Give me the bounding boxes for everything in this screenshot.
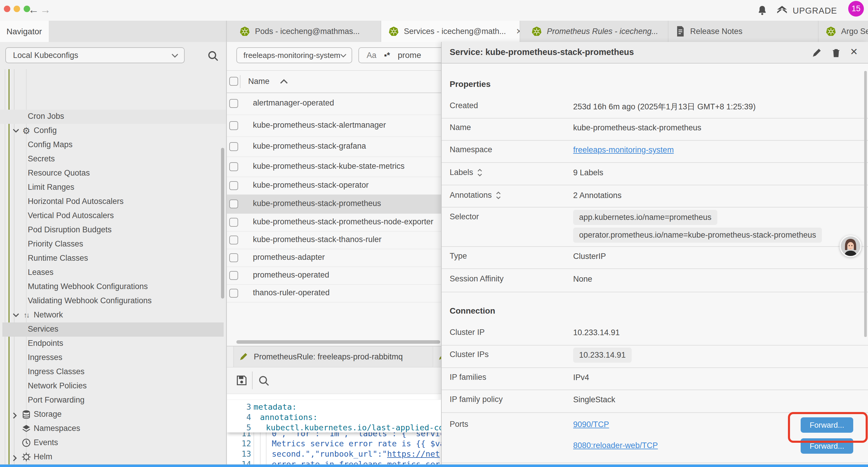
sidebar-item-mutating-webhook-configurations[interactable]: Mutating Webhook Configurations (0, 280, 226, 294)
filter-input[interactable]: Aa ▪* prome (359, 47, 441, 63)
assistant-avatar[interactable] (840, 235, 862, 257)
window-close-button[interactable] (4, 6, 10, 12)
sidebar-item-services[interactable]: Services (2, 322, 224, 337)
sidebar-item-ingress-classes[interactable]: Ingress Classes (0, 365, 226, 379)
match-case-toggle[interactable]: Aa (367, 51, 376, 60)
service-row-kube-prometheus-stack-kube-state-metrics[interactable]: kube-prometheus-stack-kube-state-metrics (253, 162, 404, 171)
row-divider (442, 207, 868, 207)
row-checkbox[interactable] (229, 121, 238, 130)
service-row-kube-prometheus-stack-alertmanager[interactable]: kube-prometheus-stack-alertmanager (253, 121, 386, 130)
row-checkbox[interactable] (229, 236, 238, 244)
save-icon[interactable] (235, 374, 248, 387)
edit-pencil-icon[interactable] (811, 47, 822, 59)
chevron-down-icon[interactable] (12, 128, 20, 133)
sidebar-item-storage[interactable]: Storage (0, 408, 226, 422)
row-checkbox[interactable] (229, 253, 238, 262)
row-checkbox[interactable] (229, 289, 238, 298)
sidebar-item-label: Horizontal Pod Autoscalers (28, 197, 123, 206)
detail-link-freeleaps-monitoring-system[interactable]: freeleaps-monitoring-system (573, 145, 674, 154)
sidebar-item-resource-quotas[interactable]: Resource Quotas (0, 167, 226, 181)
service-row-kube-prometheus-stack-prometheus-node-exporter[interactable]: kube-prometheus-stack-prometheus-node-ex… (253, 217, 433, 226)
chevron-right-icon[interactable] (12, 412, 17, 419)
sort-updown-icon[interactable] (495, 191, 501, 200)
port-link-8080-reloader-web-TCP[interactable]: 8080:reloader-web/TCP (573, 441, 658, 450)
horizontal-scrollbar[interactable] (236, 340, 440, 344)
service-row-thanos-ruler-operated[interactable]: thanos-ruler-operated (253, 288, 330, 297)
row-checkbox[interactable] (229, 99, 238, 108)
sort-ascending-icon[interactable] (279, 79, 288, 85)
yaml-editor[interactable]: 110", "for": "1m", "labels": { "service"… (227, 394, 441, 467)
tab-services-icecheng-math[interactable]: Services - icecheng@math...✕ (381, 21, 520, 42)
sidebar-item-cron-jobs[interactable]: Cron Jobs (0, 110, 226, 124)
sidebar-item-label: Storage (34, 410, 62, 419)
sidebar-item-events[interactable]: Events (0, 436, 226, 450)
search-icon[interactable] (258, 375, 270, 387)
tab-prometheus-rules-icecheng[interactable]: Prometheus Rules - icecheng... (524, 21, 668, 42)
service-row-prometheus-operated[interactable]: prometheus-operated (253, 270, 329, 280)
sidebar-item-horizontal-pod-autoscalers[interactable]: Horizontal Pod Autoscalers (0, 195, 226, 209)
sidebar-item-validating-webhook-configurations[interactable]: Validating Webhook Configurations (0, 294, 226, 308)
sidebar-item-endpoints[interactable]: Endpoints (0, 337, 226, 351)
row-checkbox[interactable] (229, 162, 238, 171)
tab-release-notes[interactable]: Release Notes (668, 21, 818, 42)
sidebar-item-config-maps[interactable]: Config Maps (0, 138, 226, 152)
column-header-name[interactable]: Name (248, 77, 270, 86)
tab-label: Pods - icecheng@mathmas... (255, 27, 360, 36)
sidebar-item-network-policies[interactable]: Network Policies (0, 379, 226, 393)
sort-updown-icon[interactable] (477, 169, 483, 177)
row-checkbox[interactable] (229, 271, 238, 280)
trash-icon[interactable] (831, 47, 842, 59)
detail-value: 9 Labels (573, 168, 603, 177)
service-row-kube-prometheus-stack-prometheus[interactable]: kube-prometheus-stack-prometheus (253, 199, 381, 208)
sidebar-item-leases[interactable]: Leases (0, 266, 226, 280)
sidebar-item-limit-ranges[interactable]: Limit Ranges (0, 181, 226, 195)
row-checkbox[interactable] (229, 181, 238, 190)
tab-pods-icecheng-mathmas[interactable]: Pods - icecheng@mathmas... (232, 21, 381, 42)
forward-icon[interactable]: → (40, 3, 51, 16)
notification-count-badge[interactable]: 15 (848, 1, 864, 17)
kubeconfig-select[interactable]: Local Kubeconfigs (5, 47, 185, 63)
notifications-bell-icon[interactable] (756, 4, 768, 16)
service-row-kube-prometheus-stack-grafana[interactable]: kube-prometheus-stack-grafana (253, 142, 366, 151)
row-checkbox[interactable] (229, 218, 238, 227)
service-row-kube-prometheus-stack-operator[interactable]: kube-prometheus-stack-operator (253, 181, 369, 190)
row-checkbox[interactable] (229, 142, 238, 151)
sidebar-item-port-forwarding[interactable]: Port Forwarding (0, 393, 226, 408)
window-minimize-button[interactable] (13, 6, 20, 12)
back-icon[interactable]: ← (28, 3, 39, 16)
sidebar-item-priority-classes[interactable]: Priority Classes (0, 237, 226, 252)
chevron-right-icon[interactable] (12, 455, 17, 462)
sidebar-item-runtime-classes[interactable]: Runtime Classes (0, 252, 226, 266)
tab-navigator[interactable]: Navigator (0, 21, 49, 42)
sidebar-item-vertical-pod-autoscalers[interactable]: Vertical Pod Autoscalers (0, 209, 226, 223)
detail-scrollbar[interactable] (864, 71, 867, 337)
namespace-select[interactable]: freeleaps-monitoring-system (236, 47, 352, 63)
tab-argo-se[interactable]: Argo Se (818, 21, 868, 42)
upgrade-button[interactable]: UPGRADE (776, 4, 837, 17)
close-icon[interactable]: ✕ (850, 46, 858, 57)
row-divider (442, 368, 868, 368)
regex-toggle[interactable]: ▪* (384, 51, 390, 60)
tab-prometheusrule-2[interactable] (433, 346, 441, 367)
sidebar-item-namespaces[interactable]: Namespaces (0, 422, 226, 436)
select-all-checkbox[interactable] (229, 77, 238, 86)
service-row-alertmanager-operated[interactable]: alertmanager-operated (253, 98, 334, 108)
port-link-9090-TCP[interactable]: 9090/TCP (573, 420, 609, 429)
sidebar-item-label: Limit Ranges (28, 183, 74, 192)
section-heading-properties: Properties (450, 80, 491, 89)
sidebar-item-network[interactable]: ↑↓Network (0, 308, 226, 322)
service-row-kube-prometheus-stack-thanos-ruler[interactable]: kube-prometheus-stack-thanos-ruler (253, 235, 381, 244)
sidebar-item-config[interactable]: ⚙Config (0, 124, 226, 138)
search-icon[interactable] (207, 50, 219, 62)
sidebar-item-helm[interactable]: Helm (0, 450, 226, 464)
sidebar-item-ingresses[interactable]: Ingresses (0, 351, 226, 365)
row-checkbox[interactable] (229, 200, 238, 208)
close-tab-icon[interactable]: ✕ (516, 27, 520, 36)
service-row-prometheus-adapter[interactable]: prometheus-adapter (253, 253, 325, 262)
code-link[interactable]: https://net (387, 449, 440, 459)
sidebar-scrollbar[interactable] (221, 148, 224, 298)
sidebar-item-secrets[interactable]: Secrets (0, 152, 226, 167)
sidebar-item-pod-disruption-budgets[interactable]: Pod Disruption Budgets (0, 223, 226, 237)
tab-prometheusrule[interactable]: PrometheusRule: freeleaps-prod-rabbitmq (234, 346, 433, 367)
chevron-down-icon[interactable] (12, 313, 20, 317)
